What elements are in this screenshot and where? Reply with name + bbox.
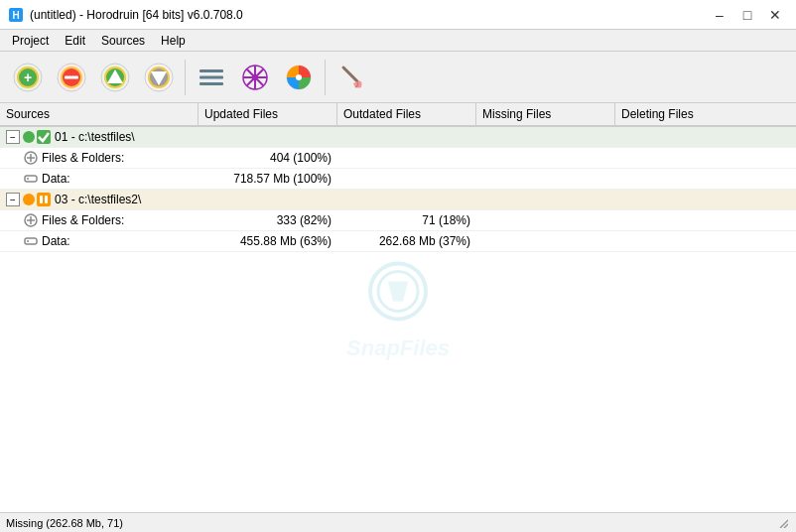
group-2-circle-icon [22, 193, 36, 206]
table-header: Sources Updated Files Outdated Files Mis… [0, 103, 796, 127]
main-content: Sources Updated Files Outdated Files Mis… [0, 103, 796, 512]
col-header-outdated: Outdated Files [337, 103, 476, 125]
toolbar-separator-2 [325, 60, 326, 95]
group-2-data-updated: 455.88 Mb (63%) [199, 231, 337, 251]
watermark: SnapFiles [346, 256, 450, 361]
sync-icon [283, 62, 315, 93]
svg-point-39 [23, 194, 35, 205]
add-source-button[interactable]: + [8, 58, 48, 97]
clean-icon [335, 62, 367, 93]
files-folder-icon [24, 151, 38, 165]
group-1-data-label: Data: [42, 172, 70, 186]
down-icon [143, 62, 175, 93]
watermark-text: SnapFiles [346, 335, 450, 361]
svg-text:+: + [24, 69, 32, 85]
group-1-source-cell: − 01 - c:\testfiles\ [0, 127, 199, 147]
col-header-deleting: Deleting Files [615, 103, 796, 125]
watermark-icon [353, 256, 443, 335]
group-1-data-label-cell: Data: [0, 169, 199, 189]
group-1-files-label: Files & Folders: [42, 151, 124, 165]
toolbar-separator-1 [185, 60, 186, 95]
group-row-2[interactable]: − 03 - c:\testfiles2\ [0, 190, 796, 210]
maximize-button[interactable]: □ [734, 4, 760, 26]
group-2-files-row: Files & Folders: 333 (82%) 71 (18%) [0, 210, 796, 231]
svg-line-49 [784, 524, 788, 528]
svg-point-28 [296, 74, 302, 80]
group-2-data-outdated: 262.68 Mb (37%) [337, 231, 476, 251]
svg-rect-46 [25, 238, 37, 244]
resize-handle[interactable] [776, 516, 790, 530]
group-1-deleting [615, 127, 796, 147]
star-button[interactable] [235, 58, 275, 97]
menu-bar: Project Edit Sources Help [0, 30, 796, 52]
group-1-circle-icon [22, 130, 36, 144]
group-2-files-updated: 333 (82%) [199, 210, 337, 230]
group-2-missing [476, 190, 615, 209]
close-button[interactable]: ✕ [762, 4, 788, 26]
menu-help[interactable]: Help [153, 32, 194, 50]
menu-project[interactable]: Project [4, 32, 57, 50]
remove-source-button[interactable] [52, 58, 91, 97]
menu-edit[interactable]: Edit [57, 32, 93, 50]
svg-point-26 [252, 74, 258, 80]
expand-group-2[interactable]: − [6, 193, 20, 206]
remove-source-icon [56, 62, 87, 93]
col-header-updated: Updated Files [199, 103, 337, 125]
up-button[interactable] [95, 58, 135, 97]
group-2-files-outdated: 71 (18%) [337, 210, 476, 230]
data-icon-2 [24, 234, 38, 248]
group-2-files-missing [476, 210, 615, 230]
svg-rect-9 [65, 75, 78, 78]
group-1-data-deleting [615, 169, 796, 189]
col-header-sources: Sources [0, 103, 199, 125]
group-2-source-cell: − 03 - c:\testfiles2\ [0, 190, 199, 209]
table-body: SnapFiles − 01 - c [0, 127, 796, 512]
window-title: (untitled) - Horodruin [64 bits] v6.0.70… [30, 8, 243, 22]
group-1-check-icon [37, 130, 51, 144]
down-button[interactable] [139, 58, 179, 97]
toolbar: + [0, 52, 796, 103]
title-controls: – □ ✕ [707, 4, 788, 26]
svg-point-32 [23, 131, 35, 143]
svg-text:H: H [12, 10, 19, 21]
group-2-data-label-cell: Data: [0, 231, 199, 251]
title-bar: H (untitled) - Horodruin [64 bits] v6.0.… [0, 0, 796, 30]
group-2-data-missing [476, 231, 615, 251]
files-icon-2 [24, 213, 38, 227]
group-2-files-label: Files & Folders: [42, 213, 124, 227]
group-1-data-row: Data: 718.57 Mb (100%) [0, 169, 796, 190]
group-1-missing [476, 127, 615, 147]
group-1-files-deleting [615, 148, 796, 168]
group-2-deleting [615, 190, 796, 209]
group-1-outdated [337, 127, 476, 147]
svg-point-30 [370, 263, 426, 319]
group-1-label: 01 - c:\testfiles\ [55, 130, 135, 144]
menu-sources[interactable]: Sources [93, 32, 153, 50]
title-left: H (untitled) - Horodruin [64 bits] v6.0.… [8, 7, 243, 23]
group-1-updated [199, 127, 337, 147]
svg-point-31 [378, 271, 418, 311]
svg-line-29 [343, 67, 357, 81]
group-2-files-deleting [615, 210, 796, 230]
clean-button[interactable] [332, 58, 371, 97]
group-1-files-row: Files & Folders: 404 (100%) [0, 148, 796, 169]
star-icon [239, 62, 271, 93]
col-header-missing: Missing Files [476, 103, 615, 125]
group-2-data-label: Data: [42, 234, 70, 248]
resize-icon [776, 516, 788, 528]
add-source-icon: + [12, 62, 44, 93]
data-icon-1 [24, 172, 38, 186]
group-2-label: 03 - c:\testfiles2\ [55, 193, 141, 206]
status-text: Missing (262.68 Mb, 71) [6, 517, 123, 529]
group-2-data-row: Data: 455.88 Mb (63%) 262.68 Mb (37%) [0, 231, 796, 252]
group-row-1[interactable]: − 01 - c:\testfiles\ [0, 127, 796, 148]
svg-rect-19 [199, 75, 223, 78]
svg-rect-20 [199, 82, 223, 85]
group-1-files-outdated [337, 148, 476, 168]
expand-group-1[interactable]: − [6, 130, 20, 144]
sync-button[interactable] [279, 58, 319, 97]
group-2-files-label-cell: Files & Folders: [0, 210, 199, 230]
minimize-button[interactable]: – [707, 4, 732, 26]
layers-button[interactable] [192, 58, 231, 97]
app-icon: H [8, 7, 24, 23]
